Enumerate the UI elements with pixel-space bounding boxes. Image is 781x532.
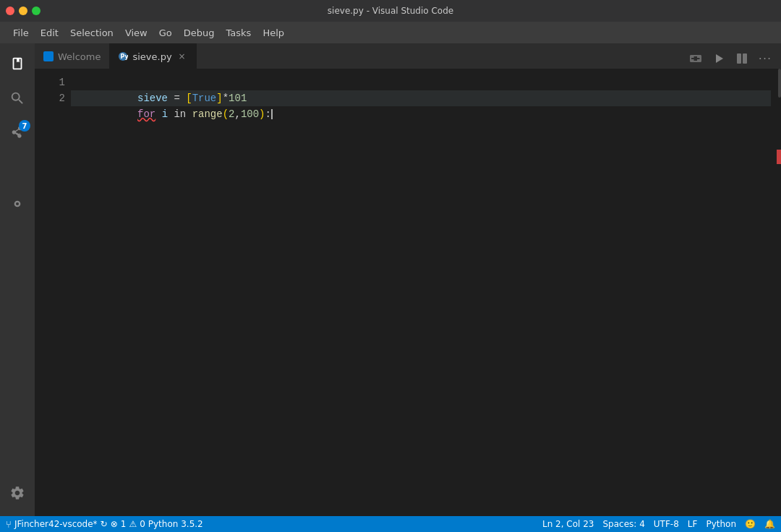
line-numbers: 1 2 [35,69,71,516]
menu-selection[interactable]: Selection [64,25,119,41]
token-in: in [168,108,192,120]
token-paren-open: ( [223,108,229,120]
svg-point-0 [15,202,20,206]
explorer-icon[interactable] [0,46,35,81]
welcome-icon [43,51,54,61]
menu-go[interactable]: Go [153,25,178,41]
git-branch-icon: ⑂ [6,519,12,530]
window-controls[interactable] [6,7,40,15]
window-title: sieve.py - Visual Studio Code [328,6,453,16]
code-content[interactable]: sieve = [True]*101 for i in range(2,100)… [71,69,771,516]
menu-edit[interactable]: Edit [35,25,64,41]
split-editor-icon[interactable] [732,48,752,69]
run-icon[interactable] [709,48,729,69]
tab-sieve-py[interactable]: Py sieve.py × [109,43,196,69]
menu-tasks[interactable]: Tasks [221,25,257,41]
source-control-icon[interactable]: 7 [0,116,35,150]
tab-welcome[interactable]: Welcome [35,43,109,69]
token-bracket-close: ] [216,93,222,104]
tab-bar-actions: ··· [686,48,781,69]
token-100: 100 [241,108,259,120]
tab-welcome-label: Welcome [58,51,101,62]
source-control-badge: 7 [19,120,30,132]
python-icon: Py [118,51,128,61]
scrollbar-thumb[interactable] [778,69,781,98]
status-right: Ln 2, Col 23 Spaces: 4 UTF-8 LF Python 🙂… [542,519,775,529]
token-equals: = [168,93,186,104]
token-comma: , [234,108,240,120]
main-layout: 7 Welcome Py [0,43,781,516]
menu-file[interactable]: File [7,25,35,41]
sync-status[interactable]: ↻ [101,519,108,529]
menu-bar: File Edit Selection View Go Debug Tasks … [0,22,781,43]
python-version-label: Python 3.5.2 [148,519,203,529]
notifications-status[interactable]: 🔔 [764,519,775,529]
status-bar: ⑂ JFincher42-vscode* ↻ ⊗ 1 ⚠ 0 Python 3.… [0,516,781,532]
token-bracket-open: [ [186,93,192,104]
minimize-button[interactable] [19,7,27,15]
token-range: range [192,108,223,120]
extensions-icon[interactable] [0,186,35,221]
spaces-status[interactable]: Spaces: 4 [603,519,645,529]
more-actions-icon[interactable]: ··· [755,48,775,69]
token-true: True [192,93,217,104]
title-bar: sieve.py - Visual Studio Code [0,0,781,22]
token-i: i [162,108,168,120]
cursor-position-text: Ln 2, Col 23 [542,519,594,529]
token-space [155,108,161,120]
notifications-icon: 🔔 [764,519,775,529]
sync-icon: ↻ [101,519,108,529]
spaces-text: Spaces: 4 [603,519,645,529]
smiley-status[interactable]: 🙂 [745,519,756,529]
tab-bar: Welcome Py sieve.py × [35,43,781,69]
token-multiply: * [223,93,229,104]
tab-close-button[interactable]: × [176,51,188,62]
code-line-1: sieve = [True]*101 [71,74,771,90]
smiley-icon: 🙂 [745,519,756,529]
line-ending-status[interactable]: LF [688,519,698,529]
language-status[interactable]: Python [706,519,736,529]
token-sieve: sieve [137,93,168,104]
branch-name: JFincher42-vscode* [14,519,98,529]
encoding-status[interactable]: UTF-8 [654,519,679,529]
camera-icon[interactable] [686,48,706,69]
token-for: for [137,108,155,120]
menu-view[interactable]: View [119,25,153,41]
cursor [271,109,273,119]
activity-bar: 7 [0,43,35,516]
branch-status[interactable]: ⑂ JFincher42-vscode* [6,519,98,530]
cursor-position-status[interactable]: Ln 2, Col 23 [542,519,594,529]
token-paren-close: ) [259,108,265,120]
token-colon: : [265,108,271,120]
code-editor[interactable]: 1 2 sieve = [True]*101 for i in range(2,… [35,69,781,516]
settings-icon[interactable] [0,476,35,510]
error-icon: ⊗ [111,519,118,529]
error-count: 1 [121,519,127,529]
svg-rect-4 [743,53,747,64]
warning-icon: ⚠ [129,519,137,529]
token-101: 101 [229,93,247,104]
svg-text:Py: Py [121,53,129,60]
errors-status[interactable]: ⊗ 1 [111,519,127,529]
encoding-text: UTF-8 [654,519,679,529]
search-icon[interactable] [0,81,35,116]
status-left: ⑂ JFincher42-vscode* ↻ ⊗ 1 ⚠ 0 Python 3.… [6,519,203,530]
svg-rect-3 [737,53,741,64]
python-version-status[interactable]: Python 3.5.2 [148,519,203,529]
editor-area: Welcome Py sieve.py × [35,43,781,516]
warnings-status[interactable]: ⚠ 0 [129,519,145,529]
scrollbar-track[interactable] [771,69,781,516]
tab-sieve-label: sieve.py [132,51,171,62]
warning-count: 0 [140,519,145,529]
menu-debug[interactable]: Debug [178,25,221,41]
line-ending-text: LF [688,519,698,529]
close-button[interactable] [6,7,14,15]
minimap-error-indicator [777,150,781,164]
language-text: Python [706,519,736,529]
menu-help[interactable]: Help [257,25,290,41]
maximize-button[interactable] [32,7,40,15]
